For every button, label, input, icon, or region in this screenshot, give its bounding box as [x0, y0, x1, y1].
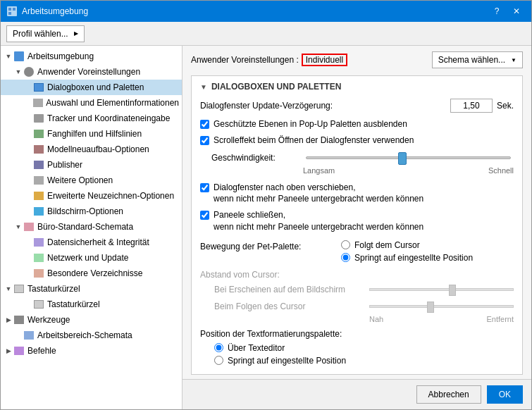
sidebar-item-bureau[interactable]: ▼ Büro-Standard-Schemata — [1, 219, 182, 235]
tastatur-icon — [33, 299, 44, 310]
cb1-label: Geschützte Ebenen in Pop-Up Paletten aus… — [214, 118, 407, 130]
schema-button[interactable]: Schema wählen... ▼ — [432, 51, 523, 68]
sidebar-item-publisher[interactable]: Publisher — [1, 157, 182, 173]
movement-label: Bewegung der Pet-Palette: — [200, 240, 341, 251]
publisher-icon — [33, 159, 44, 170]
sidebar-item-modell[interactable]: Modellneuaufbau-Optionen — [1, 142, 182, 157]
cb1-checkbox[interactable] — [200, 120, 209, 129]
appear-slider-area — [369, 282, 514, 297]
redraw-icon — [33, 190, 44, 201]
sidebar-item-label: Auswahl und Elementinformationen — [46, 98, 179, 108]
speed-slider-labels: Langsam Schnell — [303, 166, 514, 175]
network-icon — [33, 252, 44, 263]
svg-rect-1 — [8, 8, 11, 11]
sidebar-item-tools[interactable]: ▶ Werkzeuge — [1, 312, 182, 328]
sidebar-item-auswahl[interactable]: Auswahl und Elementinformationen — [1, 95, 182, 111]
sidebar-item-label: Arbeitsumgebung — [27, 51, 94, 61]
text-radio1[interactable] — [214, 343, 223, 352]
sidebar-item-label: Besondere Verzeichnisse — [47, 268, 142, 278]
update-label: Dialogfenster Update-Verzögerung: — [200, 101, 450, 111]
sidebar-item-tastatur[interactable]: Tastaturkürzel — [1, 297, 182, 312]
movement-section: Bewegung der Pet-Palette: Folgt dem Curs… — [200, 240, 514, 266]
expander-icon: ▼ — [4, 53, 13, 60]
main-panel: Anwender Voreinstellungen : Individuell … — [183, 46, 531, 379]
slow-label: Langsam — [303, 166, 335, 175]
update-unit: Sek. — [497, 101, 514, 111]
help-button[interactable]: ? — [488, 4, 506, 19]
sidebar-item-dialogboxen[interactable]: Dialogboxen und Paletten — [1, 80, 182, 95]
update-input[interactable] — [450, 99, 493, 113]
bottom-bar: Abbrechen OK — [183, 379, 531, 409]
window-controls: ? ✕ — [488, 4, 526, 19]
sidebar-item-network[interactable]: Netzwerk und Update — [1, 250, 182, 266]
text-radio2-row: Springt auf eingestellte Position — [214, 356, 514, 366]
sidebar-item-screen[interactable]: Bildschirm-Optionen — [1, 204, 182, 219]
movement-radios: Folgt dem Cursor Springt auf eingestellt… — [341, 240, 473, 266]
cb2-row: Scrolleffekt beim Öffnen der Dialogfenst… — [200, 135, 514, 147]
text-palette-section: Position der Textformatierungspalette: Ü… — [200, 329, 514, 366]
cb2-checkbox[interactable] — [200, 136, 209, 145]
sidebar-item-anwender[interactable]: ▼ Anwender Voreinstellungen — [1, 64, 182, 80]
cb4-checkbox[interactable] — [200, 211, 209, 220]
movement-radio1-label: Folgt dem Cursor — [354, 240, 420, 250]
sidebar-item-redraw[interactable]: Erweiterte Neuzeichnen-Optionen — [1, 188, 182, 204]
sidebar-item-data[interactable]: Datensicherheit & Integrität — [1, 235, 182, 250]
svg-rect-2 — [13, 8, 16, 11]
expander-icon: ▶ — [4, 316, 13, 323]
window-title: Arbeitsumgebung — [22, 6, 488, 16]
keyboard-icon — [13, 283, 25, 294]
sidebar-item-label: Anwender Voreinstellungen — [37, 67, 140, 77]
profile-arrow-icon: ▶ — [74, 30, 78, 37]
bureau-icon — [23, 221, 35, 232]
model-icon — [33, 144, 44, 155]
tracker-icon — [33, 113, 44, 124]
cancel-button[interactable]: Abbrechen — [416, 385, 481, 404]
cb3-checkbox[interactable] — [200, 183, 209, 192]
sidebar-item-label: Tracker und Koordinateneingabe — [47, 113, 170, 123]
content-area: ▼ Arbeitsumgebung ▼ Anwender Voreinstell… — [1, 46, 531, 409]
movement-radio2[interactable] — [341, 253, 350, 262]
movement-radio1[interactable] — [341, 240, 350, 249]
expander-icon: ▼ — [13, 68, 23, 75]
sidebar-item-label: Arbeitsbereich-Schemata — [37, 330, 132, 340]
ok-button[interactable]: OK — [487, 385, 523, 404]
speed-label: Geschwindigkeit: — [211, 153, 303, 163]
speed-thumb[interactable] — [398, 152, 407, 165]
sidebar-item-keyboard-group[interactable]: ▼ Tastaturkürzel — [1, 281, 182, 297]
sidebar-item-fanghilfen[interactable]: Fanghilfen und Hilfslinien — [1, 126, 182, 142]
expander-icon: ▼ — [13, 223, 23, 230]
schema-arrow-icon: ▼ — [511, 57, 516, 63]
text-radio2[interactable] — [214, 356, 223, 365]
sidebar-item-label: Netzwerk und Update — [47, 253, 128, 263]
expander-icon: ▶ — [4, 347, 13, 354]
fast-label: Schnell — [488, 166, 514, 175]
speed-row: Geschwindigkeit: — [211, 151, 514, 165]
sidebar-item-label: Weitere Optionen — [47, 175, 113, 185]
text-palette-label: Position der Textformatierungspalette: — [200, 329, 342, 339]
cursor-label-row: Abstand vom Cursor: — [200, 270, 514, 280]
anwender-header: Anwender Voreinstellungen : Individuell … — [191, 51, 523, 68]
follow-thumb — [427, 302, 434, 313]
sidebar-item-befehle[interactable]: ▶ Befehle — [1, 343, 182, 359]
sidebar-item-label: Tastaturkürzel — [47, 299, 100, 309]
title-bar: Arbeitsumgebung ? ✕ — [1, 1, 531, 22]
sidebar-item-label: Bildschirm-Optionen — [47, 206, 123, 216]
anwender-value: Individuell — [302, 54, 347, 66]
follow-slider-area — [369, 299, 514, 313]
movement-radio2-row: Springt auf eingestellte Position — [341, 253, 473, 263]
speed-slider-container: Geschwindigkeit: Langsam Schnell — [211, 151, 514, 175]
sidebar-item-label: Fanghilfen und Hilfslinien — [47, 129, 142, 139]
profile-button[interactable]: Profil wählen... ▶ — [6, 25, 85, 42]
sidebar-item-tracker[interactable]: Tracker und Koordinateneingabe — [1, 111, 182, 126]
close-button[interactable]: ✕ — [507, 4, 526, 19]
appear-row: Bei Erscheinen auf dem Bildschirm — [214, 282, 514, 297]
appear-track — [369, 288, 514, 291]
sidebar-item-arbeitsumgebung[interactable]: ▼ Arbeitsumgebung — [1, 49, 182, 64]
sidebar-item-folder[interactable]: Besondere Verzeichnisse — [1, 266, 182, 281]
sidebar-item-schema[interactable]: Arbeitsbereich-Schemata — [1, 328, 182, 343]
sidebar-item-label: Tastaturkürzel — [27, 284, 80, 294]
sidebar-item-weitere[interactable]: Weitere Optionen — [1, 173, 182, 188]
expander-icon: ▼ — [4, 285, 13, 292]
cb3-row: Dialogfenster nach oben verschieben, wen… — [200, 182, 514, 206]
speed-slider-track-area — [303, 151, 514, 165]
